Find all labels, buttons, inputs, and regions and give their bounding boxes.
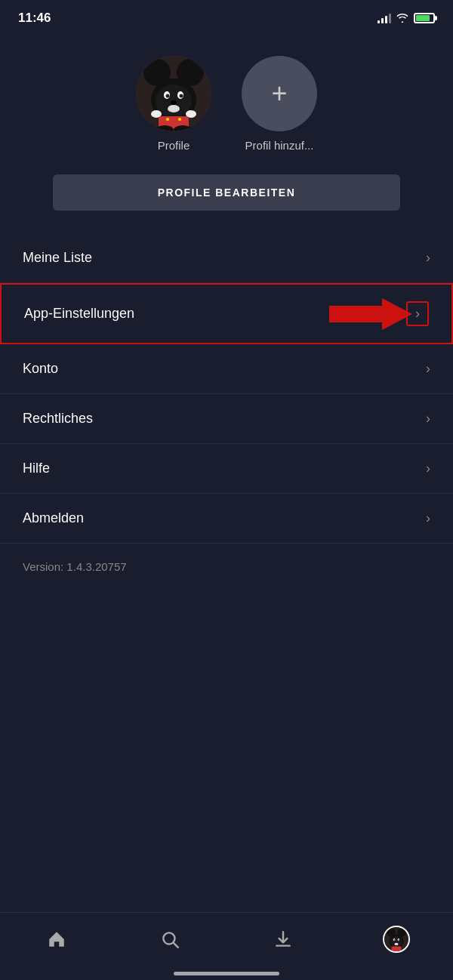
add-profile-label: Profil hinzuf... <box>245 139 314 152</box>
chevron-icon: › <box>426 361 430 377</box>
nav-profile[interactable] <box>378 920 415 958</box>
svg-point-29 <box>394 939 396 941</box>
menu-item-rechtliches[interactable]: Rechtliches › <box>0 394 453 444</box>
svg-point-8 <box>180 94 183 98</box>
svg-point-30 <box>398 939 399 941</box>
home-indicator <box>174 972 279 975</box>
svg-point-7 <box>166 94 170 98</box>
profile-section: Profile + Profil hinzuf... <box>0 33 453 167</box>
menu-item-meine-liste[interactable]: Meine Liste › <box>0 233 453 283</box>
svg-line-20 <box>174 942 178 947</box>
svg-point-14 <box>166 118 169 121</box>
svg-point-15 <box>178 118 181 121</box>
menu-item-konto[interactable]: Konto › <box>0 344 453 394</box>
menu-item-label: App-Einstellungen <box>24 306 134 322</box>
menu-item-label: Abmelden <box>23 510 84 526</box>
svg-point-31 <box>394 942 398 945</box>
status-bar: 11:46 <box>0 0 453 33</box>
menu-item-label: Hilfe <box>23 461 50 476</box>
menu-item-abmelden[interactable]: Abmelden › <box>0 494 453 544</box>
chevron-icon: › <box>406 301 429 326</box>
edit-button-container: PROFILE BEARBEITEN <box>0 167 453 233</box>
mickey-avatar-svg <box>136 56 211 131</box>
status-icons <box>378 13 435 23</box>
svg-marker-18 <box>329 298 412 330</box>
svg-point-26 <box>390 936 402 947</box>
chevron-icon: › <box>426 461 430 476</box>
add-profile[interactable]: + Profil hinzuf... <box>242 56 317 152</box>
svg-rect-12 <box>186 110 196 118</box>
bottom-nav <box>0 912 453 980</box>
menu-item-hilfe[interactable]: Hilfe › <box>0 444 453 494</box>
battery-icon <box>414 13 435 23</box>
search-icon <box>160 929 180 949</box>
menu-item-label: Rechtliches <box>23 411 93 427</box>
svg-point-9 <box>171 100 177 105</box>
nav-home[interactable] <box>38 920 76 958</box>
chevron-icon: › <box>426 411 430 427</box>
add-icon: + <box>271 78 287 109</box>
nav-search[interactable] <box>151 920 189 958</box>
chevron-icon: › <box>426 250 430 266</box>
profile-avatar <box>136 56 211 131</box>
signal-icon <box>378 13 391 23</box>
version-text: Version: 1.4.3.20757 <box>0 544 453 590</box>
existing-profile[interactable]: Profile <box>136 56 211 152</box>
edit-profiles-button[interactable]: PROFILE BEARBEITEN <box>53 174 400 211</box>
nav-profile-avatar <box>383 926 410 953</box>
svg-rect-32 <box>392 946 402 951</box>
menu-list: Meine Liste › App-Einstellungen › Konto … <box>0 233 453 544</box>
red-arrow-annotation <box>329 295 412 333</box>
nav-downloads[interactable] <box>264 920 302 958</box>
menu-item-app-einstellungen[interactable]: App-Einstellungen › <box>0 283 453 344</box>
home-icon <box>47 929 66 949</box>
download-icon <box>273 929 293 949</box>
add-profile-button[interactable]: + <box>242 56 317 131</box>
svg-point-10 <box>168 105 180 112</box>
menu-item-label: Meine Liste <box>23 250 92 266</box>
svg-rect-11 <box>151 110 162 118</box>
status-time: 11:46 <box>18 11 51 26</box>
chevron-icon: › <box>426 510 430 526</box>
menu-item-label: Konto <box>23 361 58 377</box>
profile-name: Profile <box>158 139 190 152</box>
wifi-icon <box>396 13 409 23</box>
